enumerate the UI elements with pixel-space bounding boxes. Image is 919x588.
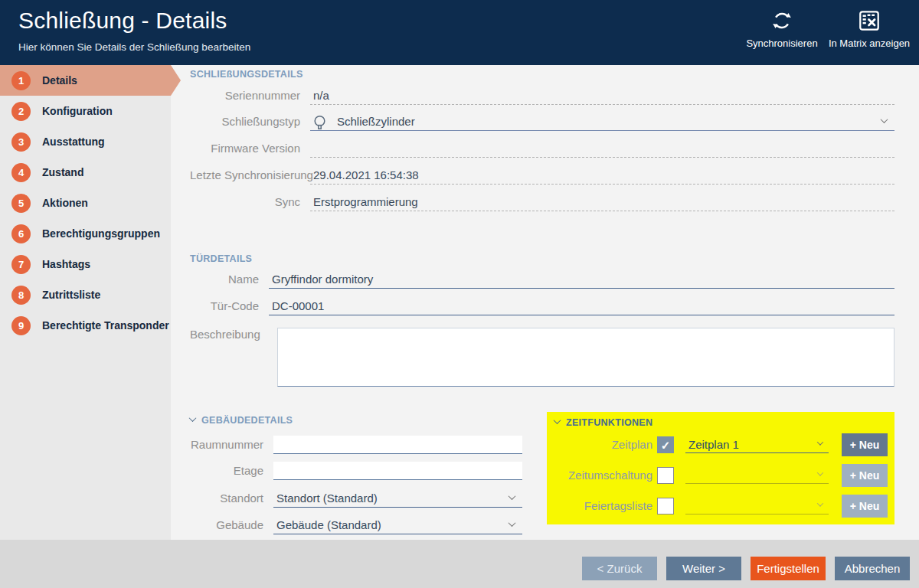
firmware-label: Firmware Version xyxy=(190,139,310,158)
field-row-sync: Sync Erstprogrammierung xyxy=(190,193,894,211)
sidebar-item-hashtags[interactable]: 7 Hashtags xyxy=(0,249,171,279)
sidebar-item-ausstattung[interactable]: 3 Ausstattung xyxy=(0,126,171,157)
floor-label: Etage xyxy=(190,462,273,480)
location-value: Standort (Standard) xyxy=(276,492,378,505)
schedule-label: Zeitplan xyxy=(547,436,652,453)
field-row-serial: Seriennummer n/a xyxy=(190,87,894,105)
room-label: Raumnummer xyxy=(190,436,273,454)
sidebar-item-konfiguration[interactable]: 2 Konfiguration xyxy=(0,96,171,126)
field-row-lock-type: Schließungstyp Schließzylinder xyxy=(190,113,894,131)
building-dropdown[interactable]: Gebäude (Standard) xyxy=(273,516,522,534)
show-in-matrix-button[interactable]: In Matrix anzeigen xyxy=(821,9,917,49)
step-number-badge: 5 xyxy=(11,194,31,213)
sidebar-item-details[interactable]: 1 Details xyxy=(0,65,171,96)
sync-label: Sync xyxy=(190,193,310,211)
serial-value: n/a xyxy=(310,87,894,105)
sidebar-item-label: Details xyxy=(42,74,77,87)
chevron-down-icon xyxy=(817,469,823,475)
building-label: Gebäude xyxy=(190,516,273,534)
checkmark-icon: ✓ xyxy=(661,439,671,452)
sync-value: Erstprogrammierung xyxy=(310,193,894,211)
header: Schließung - Details Hier können Sie Det… xyxy=(0,0,919,65)
schedule-dropdown[interactable]: Zeitplan 1 xyxy=(685,436,829,453)
step-number-badge: 4 xyxy=(11,163,31,182)
location-dropdown[interactable]: Standort (Standard) xyxy=(273,489,522,508)
time-switch-label: Zeitumschaltung xyxy=(547,467,652,484)
last-sync-label: Letzte Synchronisierung xyxy=(190,166,310,185)
synchronize-button[interactable]: Synchronisieren xyxy=(738,9,826,49)
lock-type-label: Schließungstyp xyxy=(190,113,310,131)
chevron-down-icon xyxy=(881,116,888,123)
page-subtitle: Hier können Sie Details der Schließung b… xyxy=(18,41,250,53)
section-title-door-details: TÜRDETAILS xyxy=(190,253,252,264)
sidebar-item-label: Berechtigungsgruppen xyxy=(42,227,160,240)
matrix-icon xyxy=(858,9,881,32)
step-number-badge: 9 xyxy=(11,316,31,335)
step-number-badge: 3 xyxy=(11,132,31,152)
room-input[interactable] xyxy=(273,436,522,454)
step-number-badge: 2 xyxy=(11,102,31,121)
holiday-list-checkbox[interactable] xyxy=(657,498,674,514)
sidebar-item-zustand[interactable]: 4 Zustand xyxy=(0,157,171,188)
sidebar-item-label: Hashtags xyxy=(42,258,90,270)
sync-icon xyxy=(770,9,793,32)
field-row-firmware: Firmware Version xyxy=(190,139,894,158)
chevron-down-icon xyxy=(509,519,516,527)
sidebar-item-label: Aktionen xyxy=(42,197,88,209)
field-row-building: Gebäude Gebäude (Standard) xyxy=(190,516,528,534)
holiday-list-label: Feiertagsliste xyxy=(547,498,652,514)
time-switch-dropdown[interactable] xyxy=(685,467,829,484)
sidebar-item-label: Zutrittsliste xyxy=(42,289,100,301)
name-input[interactable] xyxy=(269,270,894,289)
schedule-value: Zeitplan 1 xyxy=(688,438,739,451)
section-title-building-details[interactable]: GEBÄUDEDETAILS xyxy=(190,415,293,426)
lock-type-value: Schließzylinder xyxy=(337,113,415,130)
collapse-chevron-icon xyxy=(554,416,561,424)
time-functions-panel: ZEITFUNKTIONEN Zeitplan ✓ Zeitplan 1 + N… xyxy=(547,412,894,524)
floor-input[interactable] xyxy=(273,462,522,480)
holiday-list-dropdown[interactable] xyxy=(685,498,829,514)
field-row-location: Standort Standort (Standard) xyxy=(190,489,528,508)
serial-label: Seriennummer xyxy=(190,87,310,105)
new-holiday-list-button[interactable]: + Neu xyxy=(842,495,888,518)
new-schedule-button[interactable]: + Neu xyxy=(842,433,888,456)
sidebar-item-aktionen[interactable]: 5 Aktionen xyxy=(0,188,171,218)
field-row-floor: Etage xyxy=(190,462,528,480)
synchronize-label: Synchronisieren xyxy=(746,38,817,49)
step-number-badge: 1 xyxy=(11,71,31,90)
schedule-checkbox[interactable]: ✓ xyxy=(657,436,674,453)
name-label: Name xyxy=(190,270,269,289)
footer-bar: < Zurück Weiter > Fertigstellen Abbreche… xyxy=(0,540,919,588)
location-label: Standort xyxy=(190,489,273,508)
sidebar-item-label: Berechtigte Transponder xyxy=(42,319,169,332)
sidebar-item-zutrittsliste[interactable]: 8 Zutrittsliste xyxy=(0,279,171,310)
sidebar-item-berechtigte-transponder[interactable]: 9 Berechtigte Transponder xyxy=(0,310,171,341)
description-textarea[interactable] xyxy=(277,328,894,387)
new-time-switch-button[interactable]: + Neu xyxy=(842,464,888,487)
app-window: Schließung - Details Hier können Sie Det… xyxy=(0,0,919,588)
page-title: Schließung - Details xyxy=(18,8,227,34)
chevron-down-icon xyxy=(817,439,823,445)
field-row-room: Raumnummer xyxy=(190,436,528,454)
collapse-chevron-icon xyxy=(189,414,197,422)
chevron-down-icon xyxy=(817,500,823,506)
cylinder-icon xyxy=(313,115,326,130)
wizard-sidebar: 1 Details 2 Konfiguration 3 Ausstattung … xyxy=(0,65,171,540)
field-row-name: Name xyxy=(190,270,894,289)
door-code-label: Tür-Code xyxy=(190,297,269,315)
lock-type-dropdown[interactable]: Schließzylinder xyxy=(310,113,894,131)
next-button[interactable]: Weiter > xyxy=(666,557,741,580)
cancel-button[interactable]: Abbrechen xyxy=(835,557,910,580)
door-code-input[interactable] xyxy=(269,297,894,315)
section-title-time-functions[interactable]: ZEITFUNKTIONEN xyxy=(554,417,652,428)
sidebar-item-berechtigungsgruppen[interactable]: 6 Berechtigungsgruppen xyxy=(0,218,171,249)
back-button[interactable]: < Zurück xyxy=(582,557,657,580)
firmware-value xyxy=(310,139,894,158)
finish-button[interactable]: Fertigstellen xyxy=(751,557,826,580)
sidebar-item-label: Ausstattung xyxy=(42,136,105,148)
field-row-last-sync: Letzte Synchronisierung 29.04.2021 16:54… xyxy=(190,166,894,185)
section-title-lock-details: SCHLIEßUNGSDETAILS xyxy=(190,69,303,80)
description-label: Beschreibung xyxy=(190,328,269,341)
time-switch-checkbox[interactable] xyxy=(657,467,674,484)
field-row-door-code: Tür-Code xyxy=(190,297,894,315)
